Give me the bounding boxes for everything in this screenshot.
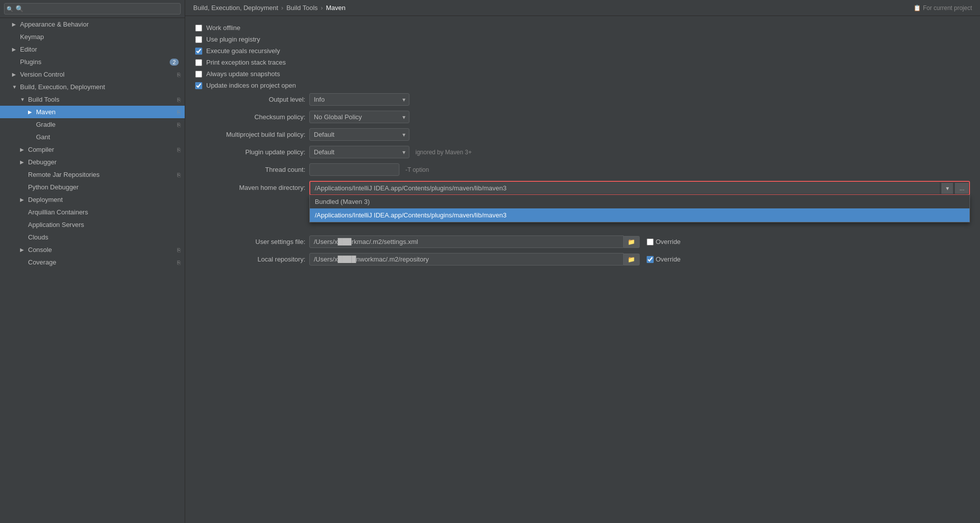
sidebar-item-gant[interactable]: Gant <box>0 131 185 143</box>
maven-home-path-display: /Applications/IntelliJ IDEA.app/Contents… <box>311 182 939 194</box>
main-layout: 🔍 ▶ Appearance & Behavior Keymap ▶ Edito… <box>0 0 980 523</box>
checkbox-always-update-snapshots[interactable] <box>195 71 202 78</box>
sidebar-item-label: Clouds <box>28 233 181 241</box>
sidebar-item-coverage[interactable]: Coverage ⎘ <box>0 256 185 269</box>
checkbox-user-settings-override[interactable] <box>647 238 654 245</box>
breadcrumb-part-2: Build Tools <box>286 4 318 12</box>
sidebar-item-label: Appearance & Behavior <box>20 21 181 28</box>
local-repository-folder-button[interactable]: 📁 <box>624 253 640 266</box>
local-repository-row: Local repository: 📁 Override <box>195 253 970 266</box>
multiproject-select-wrapper: Default Fail Fast Fail At End Never Fail <box>309 128 409 141</box>
sidebar-item-python-debugger[interactable]: Python Debugger <box>0 181 185 193</box>
thread-count-input[interactable] <box>309 163 399 176</box>
multiproject-build-fail-policy-label: Multiproject build fail policy: <box>195 131 305 138</box>
settings-icon: ⎘ <box>177 97 181 103</box>
sidebar-item-label: Plugins <box>20 58 170 66</box>
sidebar-item-appearance-behavior[interactable]: ▶ Appearance & Behavior <box>0 18 185 31</box>
maven-dropdown-item-bundled[interactable]: Bundled (Maven 3) <box>310 195 969 208</box>
sidebar-item-build-tools[interactable]: ▼ Build Tools ⎘ <box>0 93 185 106</box>
search-input[interactable] <box>4 3 181 15</box>
expand-arrow: ▶ <box>20 197 27 202</box>
sidebar-item-label: Gant <box>36 133 181 141</box>
plugins-badge: 2 <box>170 59 179 66</box>
sidebar-item-gradle[interactable]: Gradle ⎘ <box>0 118 185 131</box>
plugin-update-policy-select-wrapper: Default Force Update Never Update <box>309 146 409 158</box>
local-repository-input[interactable] <box>309 253 624 266</box>
checkbox-label-execute-goals-recursively[interactable]: Execute goals recursively <box>206 47 280 55</box>
local-repository-override-wrap: Override <box>647 255 681 263</box>
user-settings-row: User settings file: 📁 Override <box>195 235 970 248</box>
form-row-checksum-policy: Checksum policy: No Global Policy Warn F… <box>195 111 970 123</box>
sidebar-item-console[interactable]: ▶ Console ⎘ <box>0 243 185 256</box>
checkbox-local-repository-override[interactable] <box>647 256 654 263</box>
sidebar-item-remote-jar-repositories[interactable]: Remote Jar Repositories ⎘ <box>0 168 185 181</box>
thread-count-hint: -T option <box>405 166 429 173</box>
expand-arrow: ▼ <box>12 84 19 90</box>
checkbox-label-always-update-snapshots[interactable]: Always update snapshots <box>206 70 280 78</box>
settings-icon: ⎘ <box>177 247 181 253</box>
maven-home-browse-button[interactable]: ... <box>955 183 968 194</box>
sidebar-item-plugins[interactable]: Plugins 2 <box>0 56 185 68</box>
checkbox-row-always-update-snapshots: Always update snapshots <box>195 70 970 78</box>
output-level-select[interactable]: Quiet Info Debug <box>309 93 409 106</box>
breadcrumb-current: Maven <box>326 4 345 12</box>
content-area: Build, Execution, Deployment › Build Too… <box>185 0 980 523</box>
checkbox-row-print-exception-stack-traces: Print exception stack traces <box>195 59 970 66</box>
sidebar-item-version-control[interactable]: ▶ Version Control ⎘ <box>0 68 185 81</box>
for-project-label: 📋 For current project <box>913 5 972 12</box>
expand-arrow: ▶ <box>12 47 19 52</box>
checkbox-use-plugin-registry[interactable] <box>195 36 202 43</box>
user-settings-folder-button[interactable]: 📁 <box>624 236 640 248</box>
sidebar-item-label: Python Debugger <box>28 183 181 191</box>
sidebar-item-build-execution-deployment[interactable]: ▼ Build, Execution, Deployment <box>0 81 185 93</box>
multiproject-select[interactable]: Default Fail Fast Fail At End Never Fail <box>309 128 409 141</box>
sidebar-item-label: Compiler <box>28 146 175 153</box>
sidebar-item-label: Version Control <box>20 71 175 78</box>
sidebar-item-label: Console <box>28 246 175 253</box>
user-settings-override-label[interactable]: Override <box>656 238 681 245</box>
checksum-policy-select[interactable]: No Global Policy Warn Fail Ignore <box>309 111 409 123</box>
checkbox-work-offline[interactable] <box>195 25 202 32</box>
sidebar-item-editor[interactable]: ▶ Editor <box>0 43 185 56</box>
sidebar-item-label: Coverage <box>28 258 175 266</box>
sidebar-item-debugger[interactable]: ▶ Debugger <box>0 156 185 168</box>
search-bar: 🔍 <box>0 0 185 18</box>
expand-arrow: ▶ <box>12 22 19 27</box>
user-settings-label: User settings file: <box>195 238 305 245</box>
expand-arrow: ▶ <box>20 159 27 165</box>
maven-home-label: Maven home directory: <box>195 181 305 191</box>
user-settings-override-wrap: Override <box>647 238 681 245</box>
settings-icon: ⎘ <box>177 172 181 178</box>
for-project-text: For current project <box>923 5 972 12</box>
sidebar-item-clouds[interactable]: Clouds <box>0 231 185 243</box>
breadcrumb: Build, Execution, Deployment › Build Too… <box>185 0 980 16</box>
expand-arrow: ▶ <box>28 109 35 115</box>
sidebar-item-deployment[interactable]: ▶ Deployment <box>0 193 185 206</box>
plugin-update-policy-select[interactable]: Default Force Update Never Update <box>309 146 409 158</box>
checkbox-update-indices[interactable] <box>195 82 202 89</box>
sidebar-item-application-servers[interactable]: Application Servers <box>0 218 185 231</box>
checkbox-execute-goals-recursively[interactable] <box>195 48 202 55</box>
sidebar-item-arquillian-containers[interactable]: Arquillian Containers <box>0 206 185 218</box>
breadcrumb-sep-2: › <box>321 4 323 12</box>
checkbox-label-update-indices[interactable]: Update indices on project open <box>206 82 296 89</box>
checkbox-label-use-plugin-registry[interactable]: Use plugin registry <box>206 36 260 43</box>
settings-icon: ⎘ <box>177 122 181 128</box>
checksum-policy-label: Checksum policy: <box>195 113 305 121</box>
sidebar-item-label: Application Servers <box>28 221 181 228</box>
checkbox-label-print-exception-stack-traces[interactable]: Print exception stack traces <box>206 59 286 66</box>
output-level-label: Output level: <box>195 96 305 103</box>
user-settings-input[interactable] <box>309 235 624 248</box>
sidebar-item-compiler[interactable]: ▶ Compiler ⎘ <box>0 143 185 156</box>
sidebar-item-label: Debugger <box>28 158 181 166</box>
maven-home-dropdown-button[interactable]: ▾ <box>941 183 953 194</box>
sidebar-item-label: Build, Execution, Deployment <box>20 83 181 91</box>
maven-dropdown-item-custom[interactable]: /Applications/IntelliJ IDEA.app/Contents… <box>310 208 969 222</box>
local-repository-override-label[interactable]: Override <box>656 255 681 263</box>
sidebar-item-keymap[interactable]: Keymap <box>0 31 185 43</box>
sidebar-item-maven[interactable]: ▶ Maven ⎘ <box>0 106 185 118</box>
checkbox-print-exception-stack-traces[interactable] <box>195 59 202 66</box>
settings-body: Work offline Use plugin registry Execute… <box>185 16 980 523</box>
checkbox-label-work-offline[interactable]: Work offline <box>206 24 240 32</box>
checkbox-row-execute-goals-recursively: Execute goals recursively <box>195 47 970 55</box>
